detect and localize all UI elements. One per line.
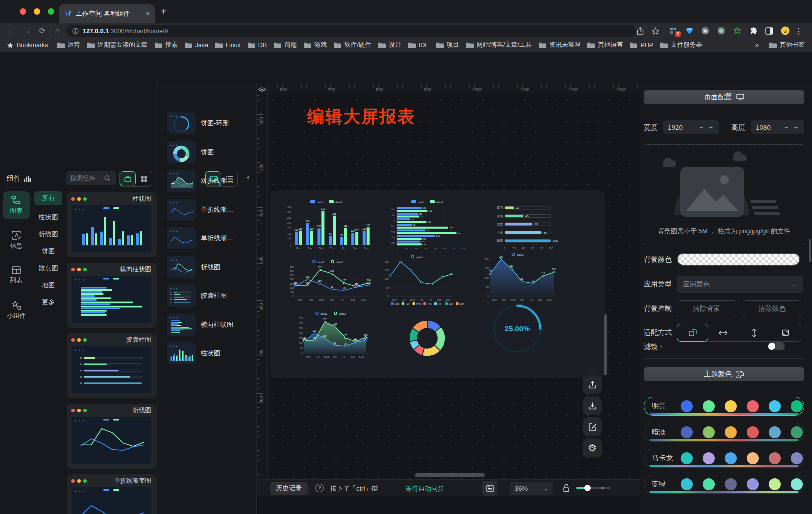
- bookmark-folder[interactable]: 搜索: [155, 41, 178, 49]
- bookmark-folder[interactable]: PHP: [630, 41, 654, 49]
- tab-close-icon[interactable]: ×: [146, 10, 150, 18]
- fit-stretch-button[interactable]: [770, 324, 801, 341]
- share-icon[interactable]: [633, 27, 648, 35]
- canvas-download-button[interactable]: [583, 396, 602, 415]
- dashboard-chart-pie[interactable]: MonTueWedThuFriSatSun: [385, 300, 470, 365]
- component-card-胶囊柱图[interactable]: 胶囊柱图: [67, 333, 156, 398]
- filter-item-饼图[interactable]: 饼图: [42, 243, 55, 260]
- dot-extension-icon[interactable]: [714, 27, 729, 35]
- grid-view-toggle[interactable]: [136, 171, 152, 186]
- clear-background-button[interactable]: 清除背景: [677, 300, 736, 317]
- bg-color-swatch[interactable]: [677, 253, 800, 266]
- other-bookmarks-folder[interactable]: 其他书签: [770, 41, 805, 49]
- editor-canvas[interactable]: 6007008009001000110012001300 20030040050…: [257, 84, 640, 514]
- bookmark-folder[interactable]: 近期需要读的文章: [88, 41, 148, 49]
- component-search[interactable]: [66, 171, 116, 185]
- new-tab-button[interactable]: +: [161, 6, 167, 16]
- lock-icon[interactable]: [563, 484, 570, 492]
- extensions-puzzle-icon[interactable]: [746, 27, 761, 35]
- component-card-横向柱状图[interactable]: 横向柱状图: [67, 263, 156, 328]
- bookmarks-root[interactable]: Bookmarks: [7, 42, 48, 49]
- filter-item-柱状图[interactable]: 柱状图: [39, 209, 58, 226]
- width-stepper[interactable]: 1920− +: [664, 120, 720, 134]
- sidebar-category-列表[interactable]: 列表: [3, 261, 30, 289]
- bookmark-folder[interactable]: Linux: [216, 41, 241, 49]
- height-stepper[interactable]: 1080− +: [752, 120, 804, 134]
- canvas-settings-gear-icon[interactable]: ⚙: [583, 438, 602, 457]
- filter-item-地图[interactable]: 地图: [42, 277, 55, 294]
- ruler-corner-eye-icon[interactable]: [257, 84, 268, 95]
- filter-item-所有[interactable]: 所有: [34, 191, 62, 205]
- reload-icon[interactable]: ⟳: [35, 26, 50, 35]
- sidebar-category-小组件[interactable]: 小组件: [3, 296, 30, 324]
- layer-item-单折线渐…[interactable]: 单折线渐…: [167, 226, 252, 250]
- back-icon[interactable]: ←: [5, 26, 20, 35]
- bookmark-folder[interactable]: 网站/博客/文章/工具: [466, 41, 532, 49]
- dashboard-chart-hbar[interactable]: data1data2050100150200250300350Mon120130…: [384, 198, 472, 253]
- traffic-zoom-button[interactable]: [48, 8, 54, 15]
- fit-auto-button[interactable]: [677, 324, 708, 342]
- traffic-close-button[interactable]: [20, 8, 26, 15]
- bookmark-folder[interactable]: 游戏: [304, 41, 327, 49]
- layer-item-胶囊柱图[interactable]: 胶囊柱图: [167, 284, 252, 308]
- dashboard-chart-bar[interactable]: data1data2050100150200250300350120130200…: [280, 198, 374, 253]
- dashboard-chart-capsule[interactable]: 厦门20南阳40北京60上海80新疆100020406080100: [490, 200, 560, 250]
- star-extension-icon[interactable]: [730, 27, 745, 35]
- canvas-text-widget[interactable]: 编辑大屏报表: [308, 105, 416, 128]
- config-scrollbar[interactable]: [809, 239, 812, 262]
- filter-item-折线图[interactable]: 折线图: [39, 226, 58, 243]
- bookmark-folder[interactable]: 文件服务器: [660, 41, 702, 49]
- theme-row-明亮[interactable]: 明亮: [644, 397, 804, 416]
- bookmark-folder[interactable]: 项目: [436, 41, 460, 49]
- bookmark-folder[interactable]: 设计: [378, 41, 402, 49]
- layer-item-柱状图[interactable]: 柱状图: [167, 341, 252, 365]
- grid-extension-icon[interactable]: 9: [666, 27, 681, 35]
- theme-row-暗淡[interactable]: 暗淡: [644, 423, 804, 442]
- sidebar-category-图表[interactable]: 图表: [3, 191, 30, 219]
- component-card-单折线渐变图[interactable]: 单折线渐变图: [67, 474, 156, 514]
- zoom-slider[interactable]: [576, 487, 612, 489]
- filter-item-更多[interactable]: 更多: [42, 294, 55, 311]
- dashboard-chart-gauge[interactable]: 25.00%: [488, 298, 548, 358]
- command-extension-icon[interactable]: ⌘: [698, 27, 713, 35]
- theme-row-蓝绿[interactable]: 蓝绿: [644, 475, 804, 494]
- clear-color-button[interactable]: 清除颜色: [743, 300, 802, 317]
- bookmark-star-icon[interactable]: [648, 27, 663, 35]
- home-icon[interactable]: ⌂: [50, 26, 65, 35]
- filter-item-散点图[interactable]: 散点图: [39, 260, 58, 277]
- site-info-icon[interactable]: [72, 28, 79, 34]
- forward-icon[interactable]: →: [20, 26, 35, 35]
- slider-knob[interactable]: [584, 485, 591, 491]
- profile-avatar[interactable]: [778, 26, 793, 35]
- layer-item-双折线渐…[interactable]: 双折线渐…: [167, 169, 252, 193]
- fit-width-button[interactable]: [708, 324, 739, 341]
- bookmark-folder[interactable]: 其他语言: [588, 41, 623, 49]
- search-input[interactable]: [70, 175, 102, 182]
- zoom-select[interactable]: 36%⌄: [510, 482, 554, 495]
- component-card-折线图[interactable]: 折线图: [67, 404, 156, 469]
- app-type-select[interactable]: 应用颜色⌄: [677, 276, 803, 293]
- bookmarks-overflow-chevron[interactable]: »: [756, 41, 759, 49]
- canvas-upload-button[interactable]: [583, 375, 602, 394]
- browser-menu-icon[interactable]: ⋮: [794, 26, 804, 36]
- bookmark-folder[interactable]: 软件/硬件: [334, 41, 371, 49]
- dashboard-chart-line1[interactable]: data1050100150200MonTueWedThuFriSatSun: [378, 253, 458, 304]
- layer-item-单折线渐…[interactable]: 单折线渐…: [167, 198, 252, 222]
- canvas-horizontal-scrollbar[interactable]: [415, 473, 485, 477]
- toggle-panel-button[interactable]: [482, 481, 498, 496]
- bookmark-folder[interactable]: 资讯未整理: [539, 41, 581, 49]
- theme-row-马卡龙[interactable]: 马卡龙: [644, 449, 804, 468]
- canvas-edit-button[interactable]: [583, 417, 602, 436]
- background-upload-dropzone[interactable]: 背景图需小于 5M ， 格式为 png/jpg/gif 的文件: [644, 144, 804, 245]
- bookmark-folder[interactable]: Java: [185, 41, 208, 49]
- filter-toggle-switch[interactable]: [768, 342, 785, 350]
- dashboard-chart-area1[interactable]: data10501001502001202001508070110130MonT…: [478, 250, 559, 304]
- diamond-extension-icon[interactable]: [682, 27, 697, 35]
- help-icon[interactable]: ?: [316, 484, 324, 492]
- sidebar-category-信息[interactable]: A信息: [3, 226, 30, 254]
- browser-tab[interactable]: 工作空间-各种组件 ×: [59, 4, 155, 23]
- layer-item-饼图-环形[interactable]: 饼图-环形: [167, 111, 252, 135]
- single-view-toggle[interactable]: [120, 171, 136, 186]
- bookmark-folder[interactable]: 运营: [58, 41, 80, 49]
- dashboard-chart-area2[interactable]: data1data2050100150200250300350120200150…: [292, 309, 371, 361]
